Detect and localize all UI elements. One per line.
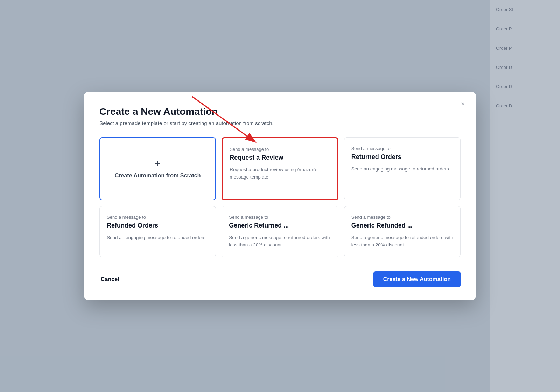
- card-description-4: Send a generic message to returned order…: [229, 234, 331, 248]
- card-pretitle-5: Send a message to: [351, 215, 453, 220]
- card-pretitle-4: Send a message to: [229, 215, 331, 220]
- create-automation-modal: × Create a New Automation Select a prema…: [84, 92, 476, 300]
- cancel-button[interactable]: Cancel: [99, 273, 120, 285]
- template-card-request-review[interactable]: Send a message to Request a Review Reque…: [222, 137, 338, 200]
- modal-title: Create a New Automation: [99, 106, 461, 117]
- template-card-generic-returned[interactable]: Send a message to Generic Returned ... S…: [222, 206, 338, 257]
- create-automation-button[interactable]: Create a New Automation: [373, 271, 461, 287]
- card-pretitle-1: Send a message to: [230, 147, 330, 152]
- card-description-5: Send a generic message to refunded order…: [351, 234, 453, 248]
- card-title-5: Generic Refunded ...: [351, 222, 453, 229]
- template-card-generic-refunded[interactable]: Send a message to Generic Refunded ... S…: [344, 206, 461, 257]
- card-title-1: Request a Review: [230, 154, 330, 161]
- card-description-3: Send an engaging message to refunded ord…: [107, 234, 209, 241]
- template-card-scratch[interactable]: + Create Automation from Scratch: [99, 137, 216, 200]
- card-pretitle-3: Send a message to: [107, 215, 209, 220]
- card-pretitle-2: Send a message to: [351, 146, 453, 151]
- card-description-1: Request a product review using Amazon's …: [230, 166, 330, 181]
- modal-subtitle: Select a premade template or start by cr…: [99, 120, 461, 126]
- template-card-returned-orders[interactable]: Send a message to Returned Orders Send a…: [344, 137, 461, 200]
- plus-icon: +: [155, 158, 160, 169]
- close-button[interactable]: ×: [458, 99, 468, 109]
- svg-line-1: [192, 97, 250, 138]
- template-grid: + Create Automation from Scratch Send a …: [99, 137, 461, 257]
- card-title-4: Generic Returned ...: [229, 222, 331, 229]
- card-title-2: Returned Orders: [351, 153, 453, 161]
- template-card-refunded-orders[interactable]: Send a message to Refunded Orders Send a…: [99, 206, 216, 257]
- scratch-label: Create Automation from Scratch: [115, 172, 201, 180]
- modal-overlay: × Create a New Automation Select a prema…: [0, 0, 560, 392]
- card-title-3: Refunded Orders: [107, 222, 209, 229]
- card-description-2: Send an engaging message to returned ord…: [351, 166, 453, 173]
- modal-footer: Cancel Create a New Automation: [99, 270, 461, 287]
